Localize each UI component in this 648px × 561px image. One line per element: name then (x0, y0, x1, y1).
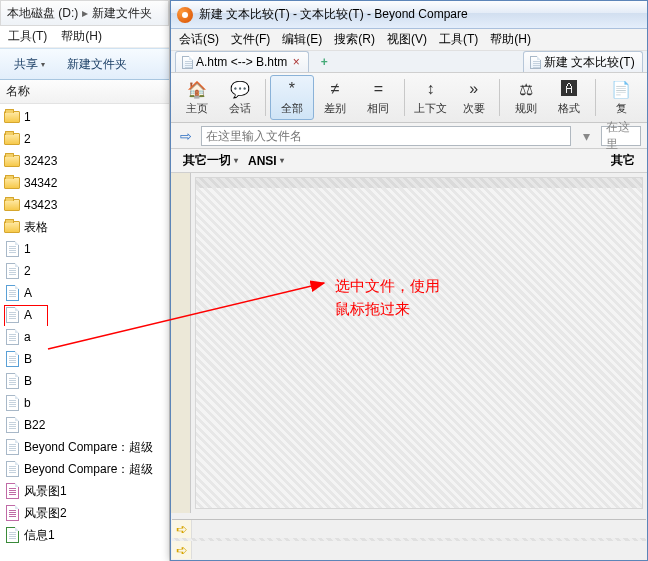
xls-icon (4, 527, 20, 543)
same-button[interactable]: =相同 (357, 75, 400, 120)
file-item[interactable]: 32423 (0, 150, 169, 172)
filter-row: 其它一切 ▾ ANSI ▾ 其它 (171, 149, 647, 173)
file-item[interactable]: 34342 (0, 172, 169, 194)
file-item[interactable]: Beyond Compare：超级 (0, 458, 169, 480)
context-button[interactable]: ↕上下文 (409, 75, 452, 120)
file-item[interactable]: A (0, 304, 169, 326)
filter-other[interactable]: 其它一切 ▾ (183, 152, 238, 169)
all-button[interactable]: *全部 (270, 75, 313, 120)
file-item[interactable]: 2 (0, 260, 169, 282)
minor-button[interactable]: »次要 (452, 75, 495, 120)
tab-new-compare[interactable]: 新建 文本比较(T) (523, 51, 643, 72)
text-file-icon (4, 417, 20, 433)
file-name: 43423 (24, 198, 57, 212)
breadcrumb-folder[interactable]: 新建文件夹 (92, 5, 152, 22)
document-icon (182, 56, 193, 69)
drop-target[interactable] (195, 177, 643, 509)
expand-arrow-icon[interactable]: ➪ (172, 520, 192, 538)
file-item[interactable]: A (0, 282, 169, 304)
text-file-icon (4, 307, 20, 323)
file-name: 风景图2 (24, 505, 67, 522)
html-icon (4, 351, 20, 367)
file-item[interactable]: B (0, 370, 169, 392)
column-header-name[interactable]: 名称 (0, 80, 169, 104)
file-name: b (24, 396, 31, 410)
text-file-icon (4, 241, 20, 257)
file-item[interactable]: 表格 (0, 216, 169, 238)
session-icon: 💬 (230, 79, 250, 99)
toolbar-separator (595, 79, 596, 116)
breadcrumb[interactable]: 本地磁盘 (D:) ▸ 新建文件夹 (0, 0, 169, 26)
compare-area (171, 173, 647, 513)
close-icon[interactable]: × (290, 55, 302, 69)
folder-icon (4, 109, 20, 125)
text-file-icon (4, 263, 20, 279)
file-item[interactable]: 风景图1 (0, 480, 169, 502)
file-item[interactable]: b (0, 392, 169, 414)
phg-icon (4, 483, 20, 499)
expand-arrow-icon[interactable]: ➪ (172, 541, 192, 559)
menu-item[interactable]: 工具(T) (439, 31, 478, 48)
share-button[interactable]: 共享 ▾ (14, 56, 45, 73)
menu-tools[interactable]: 工具(T) (8, 28, 47, 45)
file-item[interactable]: 2 (0, 128, 169, 150)
file-path-input-right[interactable]: 在这里 (601, 126, 641, 146)
folder-icon (4, 197, 20, 213)
file-name: Beyond Compare：超级 (24, 461, 153, 478)
menu-item[interactable]: 文件(F) (231, 31, 270, 48)
copy-button[interactable]: 📄复 (600, 75, 643, 120)
file-name: 1 (24, 242, 31, 256)
menu-help[interactable]: 帮助(H) (61, 28, 102, 45)
text-file-icon (4, 461, 20, 477)
text-file-icon (4, 395, 20, 411)
file-item[interactable]: 1 (0, 106, 169, 128)
session-button[interactable]: 💬会话 (218, 75, 261, 120)
file-item[interactable]: 风景图2 (0, 502, 169, 524)
home-icon: 🏠 (187, 79, 207, 99)
filter-other-right[interactable]: 其它 (611, 152, 635, 169)
all-icon: * (282, 79, 302, 99)
file-item[interactable]: 43423 (0, 194, 169, 216)
format-button[interactable]: 🅰格式 (548, 75, 591, 120)
diff-button[interactable]: ≠差别 (314, 75, 357, 120)
file-name: 2 (24, 264, 31, 278)
folder-icon (4, 219, 20, 235)
file-name: a (24, 330, 31, 344)
file-item[interactable]: 信息1 (0, 524, 169, 546)
rules-icon: ⚖ (516, 79, 536, 99)
text-file-icon (4, 329, 20, 345)
new-tab-button[interactable]: + (315, 55, 333, 69)
file-path-input[interactable] (201, 126, 571, 146)
explorer-command-bar: 共享 ▾ 新建文件夹 (0, 48, 169, 80)
file-name: Beyond Compare：超级 (24, 439, 153, 456)
bottom-panes: ➪ ➪ (172, 519, 646, 559)
menu-item[interactable]: 视图(V) (387, 31, 427, 48)
file-name: A (24, 286, 32, 300)
rules-button[interactable]: ⚖规则 (504, 75, 547, 120)
file-item[interactable]: B (0, 348, 169, 370)
menu-item[interactable]: 帮助(H) (490, 31, 531, 48)
file-item[interactable]: Beyond Compare：超级 (0, 436, 169, 458)
same-icon: = (368, 79, 388, 99)
breadcrumb-drive[interactable]: 本地磁盘 (D:) (7, 5, 78, 22)
text-file-icon (4, 373, 20, 389)
tab-bar: A.htm <--> B.htm × + 新建 文本比较(T) (171, 51, 647, 73)
menu-item[interactable]: 搜索(R) (334, 31, 375, 48)
file-name: B (24, 352, 32, 366)
encoding-dropdown[interactable]: ANSI ▾ (248, 154, 284, 168)
chevron-down-icon: ▾ (280, 156, 284, 165)
file-item[interactable]: B22 (0, 414, 169, 436)
file-path-bar: ⇨ ▾ 在这里 (171, 123, 647, 149)
file-item[interactable]: a (0, 326, 169, 348)
tab-compare[interactable]: A.htm <--> B.htm × (175, 51, 309, 72)
menu-item[interactable]: 编辑(E) (282, 31, 322, 48)
toolbar-separator (499, 79, 500, 116)
new-folder-button[interactable]: 新建文件夹 (67, 56, 127, 73)
chevron-down-icon: ▾ (234, 156, 238, 165)
home-button[interactable]: 🏠主页 (175, 75, 218, 120)
file-item[interactable]: 1 (0, 238, 169, 260)
menu-item[interactable]: 会话(S) (179, 31, 219, 48)
title-bar[interactable]: 新建 文本比较(T) - 文本比较(T) - Beyond Compare (171, 1, 647, 29)
browse-icon[interactable]: ▾ (577, 127, 595, 145)
open-file-icon[interactable]: ⇨ (177, 127, 195, 145)
